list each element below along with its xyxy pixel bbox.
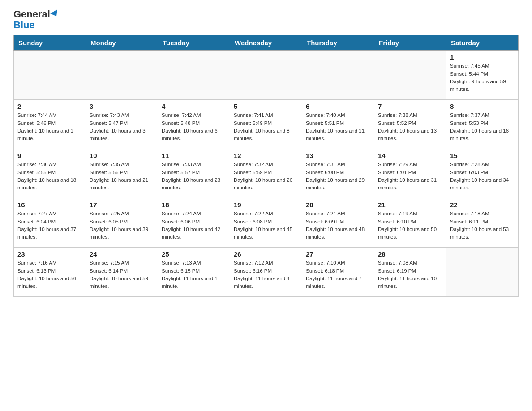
day-number: 19 bbox=[234, 201, 298, 209]
calendar-cell: 17Sunrise: 7:25 AMSunset: 6:05 PMDayligh… bbox=[86, 198, 158, 248]
day-info: Sunrise: 7:19 AMSunset: 6:10 PMDaylight:… bbox=[378, 210, 442, 241]
day-number: 23 bbox=[17, 250, 82, 258]
calendar-cell: 13Sunrise: 7:31 AMSunset: 6:00 PMDayligh… bbox=[302, 149, 374, 198]
day-number: 27 bbox=[306, 250, 370, 258]
day-info: Sunrise: 7:21 AMSunset: 6:09 PMDaylight:… bbox=[306, 210, 370, 241]
calendar-cell bbox=[158, 51, 230, 100]
day-number: 8 bbox=[450, 103, 515, 110]
calendar-cell: 11Sunrise: 7:33 AMSunset: 5:57 PMDayligh… bbox=[158, 149, 230, 198]
calendar-cell bbox=[374, 51, 446, 100]
day-info: Sunrise: 7:15 AMSunset: 6:14 PMDaylight:… bbox=[90, 259, 154, 290]
day-number: 16 bbox=[17, 201, 82, 209]
day-info: Sunrise: 7:28 AMSunset: 6:03 PMDaylight:… bbox=[450, 161, 515, 192]
calendar-cell: 21Sunrise: 7:19 AMSunset: 6:10 PMDayligh… bbox=[374, 198, 446, 248]
day-info: Sunrise: 7:40 AMSunset: 5:51 PMDaylight:… bbox=[306, 111, 370, 142]
header-friday: Friday bbox=[374, 35, 446, 51]
week-row-5: 23Sunrise: 7:16 AMSunset: 6:13 PMDayligh… bbox=[14, 248, 519, 297]
week-row-3: 9Sunrise: 7:36 AMSunset: 5:55 PMDaylight… bbox=[14, 149, 519, 198]
day-info: Sunrise: 7:43 AMSunset: 5:47 PMDaylight:… bbox=[90, 111, 154, 142]
day-number: 20 bbox=[306, 201, 370, 209]
calendar-cell: 5Sunrise: 7:41 AMSunset: 5:49 PMDaylight… bbox=[230, 100, 302, 149]
calendar-header-row: SundayMondayTuesdayWednesdayThursdayFrid… bbox=[14, 35, 519, 51]
day-number: 21 bbox=[378, 201, 442, 209]
day-info: Sunrise: 7:32 AMSunset: 5:59 PMDaylight:… bbox=[234, 161, 298, 192]
day-info: Sunrise: 7:44 AMSunset: 5:46 PMDaylight:… bbox=[17, 111, 82, 142]
day-number: 24 bbox=[90, 250, 154, 258]
day-number: 6 bbox=[306, 103, 370, 110]
day-number: 11 bbox=[162, 152, 226, 159]
calendar-cell bbox=[86, 51, 158, 100]
day-info: Sunrise: 7:13 AMSunset: 6:15 PMDaylight:… bbox=[162, 259, 226, 290]
calendar-cell: 19Sunrise: 7:22 AMSunset: 6:08 PMDayligh… bbox=[230, 198, 302, 248]
day-number: 3 bbox=[90, 103, 154, 110]
calendar-cell: 4Sunrise: 7:42 AMSunset: 5:48 PMDaylight… bbox=[158, 100, 230, 149]
day-number: 14 bbox=[378, 152, 442, 159]
day-number: 10 bbox=[90, 152, 154, 159]
logo-general: General bbox=[13, 9, 59, 20]
week-row-2: 2Sunrise: 7:44 AMSunset: 5:46 PMDaylight… bbox=[14, 100, 519, 149]
day-info: Sunrise: 7:12 AMSunset: 6:16 PMDaylight:… bbox=[234, 259, 298, 290]
calendar-cell: 24Sunrise: 7:15 AMSunset: 6:14 PMDayligh… bbox=[86, 248, 158, 297]
day-number: 12 bbox=[234, 152, 298, 159]
day-info: Sunrise: 7:24 AMSunset: 6:06 PMDaylight:… bbox=[162, 210, 226, 241]
day-info: Sunrise: 7:41 AMSunset: 5:49 PMDaylight:… bbox=[234, 111, 298, 142]
day-info: Sunrise: 7:38 AMSunset: 5:52 PMDaylight:… bbox=[378, 111, 442, 142]
calendar-cell: 12Sunrise: 7:32 AMSunset: 5:59 PMDayligh… bbox=[230, 149, 302, 198]
calendar-cell bbox=[230, 51, 302, 100]
calendar-cell: 23Sunrise: 7:16 AMSunset: 6:13 PMDayligh… bbox=[14, 248, 86, 297]
header-wednesday: Wednesday bbox=[230, 35, 302, 51]
day-info: Sunrise: 7:42 AMSunset: 5:48 PMDaylight:… bbox=[162, 111, 226, 142]
day-info: Sunrise: 7:36 AMSunset: 5:55 PMDaylight:… bbox=[17, 161, 82, 192]
day-number: 28 bbox=[378, 250, 442, 258]
logo-arrow-icon bbox=[50, 9, 60, 18]
header-tuesday: Tuesday bbox=[158, 35, 230, 51]
calendar-cell: 14Sunrise: 7:29 AMSunset: 6:01 PMDayligh… bbox=[374, 149, 446, 198]
day-number: 7 bbox=[378, 103, 442, 110]
day-info: Sunrise: 7:27 AMSunset: 6:04 PMDaylight:… bbox=[17, 210, 82, 241]
day-info: Sunrise: 7:18 AMSunset: 6:11 PMDaylight:… bbox=[450, 210, 515, 241]
day-info: Sunrise: 7:10 AMSunset: 6:18 PMDaylight:… bbox=[306, 259, 370, 290]
day-number: 13 bbox=[306, 152, 370, 159]
header-thursday: Thursday bbox=[302, 35, 374, 51]
header-saturday: Saturday bbox=[446, 35, 519, 51]
day-number: 2 bbox=[17, 103, 82, 110]
day-number: 18 bbox=[162, 201, 226, 209]
day-number: 4 bbox=[162, 103, 226, 110]
day-info: Sunrise: 7:08 AMSunset: 6:19 PMDaylight:… bbox=[378, 259, 442, 290]
day-info: Sunrise: 7:25 AMSunset: 6:05 PMDaylight:… bbox=[90, 210, 154, 241]
calendar-cell: 16Sunrise: 7:27 AMSunset: 6:04 PMDayligh… bbox=[14, 198, 86, 248]
calendar-cell: 28Sunrise: 7:08 AMSunset: 6:19 PMDayligh… bbox=[374, 248, 446, 297]
logo: General Blue bbox=[13, 9, 59, 30]
page-header: General Blue bbox=[13, 9, 519, 30]
calendar-cell: 8Sunrise: 7:37 AMSunset: 5:53 PMDaylight… bbox=[446, 100, 519, 149]
calendar-cell bbox=[302, 51, 374, 100]
calendar-cell: 3Sunrise: 7:43 AMSunset: 5:47 PMDaylight… bbox=[86, 100, 158, 149]
day-number: 5 bbox=[234, 103, 298, 110]
day-number: 22 bbox=[450, 201, 515, 209]
calendar-cell: 6Sunrise: 7:40 AMSunset: 5:51 PMDaylight… bbox=[302, 100, 374, 149]
week-row-1: 1Sunrise: 7:45 AMSunset: 5:44 PMDaylight… bbox=[14, 51, 519, 100]
calendar-cell: 7Sunrise: 7:38 AMSunset: 5:52 PMDaylight… bbox=[374, 100, 446, 149]
day-info: Sunrise: 7:29 AMSunset: 6:01 PMDaylight:… bbox=[378, 161, 442, 192]
calendar-cell: 2Sunrise: 7:44 AMSunset: 5:46 PMDaylight… bbox=[14, 100, 86, 149]
day-info: Sunrise: 7:35 AMSunset: 5:56 PMDaylight:… bbox=[90, 161, 154, 192]
week-row-4: 16Sunrise: 7:27 AMSunset: 6:04 PMDayligh… bbox=[14, 198, 519, 248]
calendar-cell: 18Sunrise: 7:24 AMSunset: 6:06 PMDayligh… bbox=[158, 198, 230, 248]
calendar-cell: 22Sunrise: 7:18 AMSunset: 6:11 PMDayligh… bbox=[446, 198, 519, 248]
day-info: Sunrise: 7:16 AMSunset: 6:13 PMDaylight:… bbox=[17, 259, 82, 290]
day-info: Sunrise: 7:45 AMSunset: 5:44 PMDaylight:… bbox=[450, 62, 515, 93]
header-monday: Monday bbox=[86, 35, 158, 51]
calendar-table: SundayMondayTuesdayWednesdayThursdayFrid… bbox=[13, 35, 519, 297]
calendar-cell: 25Sunrise: 7:13 AMSunset: 6:15 PMDayligh… bbox=[158, 248, 230, 297]
day-number: 15 bbox=[450, 152, 515, 159]
day-number: 17 bbox=[90, 201, 154, 209]
header-sunday: Sunday bbox=[14, 35, 86, 51]
calendar-cell: 27Sunrise: 7:10 AMSunset: 6:18 PMDayligh… bbox=[302, 248, 374, 297]
calendar-cell: 10Sunrise: 7:35 AMSunset: 5:56 PMDayligh… bbox=[86, 149, 158, 198]
calendar-cell: 20Sunrise: 7:21 AMSunset: 6:09 PMDayligh… bbox=[302, 198, 374, 248]
day-number: 1 bbox=[450, 53, 515, 61]
day-number: 9 bbox=[17, 152, 82, 159]
calendar-cell: 9Sunrise: 7:36 AMSunset: 5:55 PMDaylight… bbox=[14, 149, 86, 198]
day-info: Sunrise: 7:37 AMSunset: 5:53 PMDaylight:… bbox=[450, 111, 515, 142]
day-info: Sunrise: 7:33 AMSunset: 5:57 PMDaylight:… bbox=[162, 161, 226, 192]
